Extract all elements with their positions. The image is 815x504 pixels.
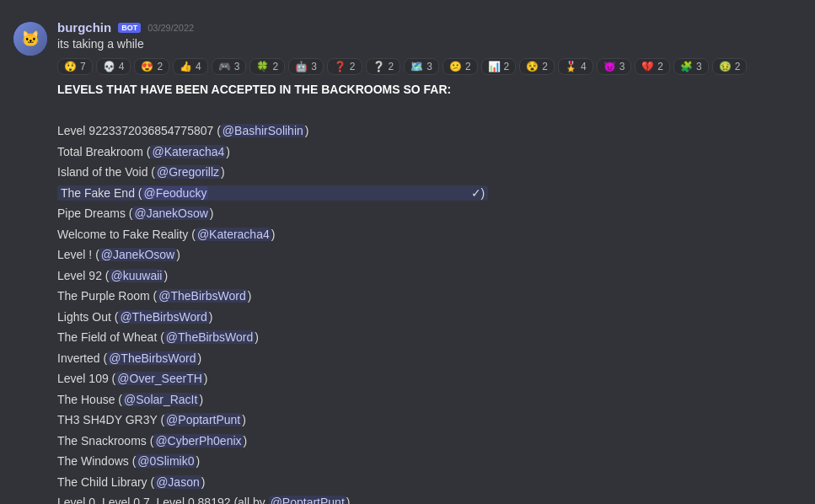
reaction[interactable]: 😵2 (519, 58, 555, 75)
reaction[interactable]: 💔2 (635, 58, 670, 75)
reaction-count: 4 (119, 61, 125, 72)
reaction-count: 2 (735, 61, 741, 72)
avatar-image: 🐱 (13, 22, 47, 56)
reaction-emoji: 📊 (488, 61, 501, 72)
reaction-emoji: 😵 (526, 61, 539, 72)
message-body: burgchin BOT 03/29/2022 its taking a whi… (57, 20, 788, 504)
list-item: Level 92 (@kuuwaii) (57, 265, 788, 287)
list-item: Level 109 (@Over_SeerTH) (57, 368, 788, 389)
list-item: The Field of Wheat (@TheBirbsWord) (57, 327, 788, 348)
mention[interactable]: @TheBirbsWord (107, 351, 197, 365)
list-item: TH3 SH4DY GR3Y (@PoptartPunt) (57, 410, 788, 431)
levels-list: Level 9223372036854775807 (@BashirSolihi… (57, 121, 788, 504)
list-item: Inverted (@TheBirbsWord) (57, 348, 788, 369)
reaction-emoji: 💔 (641, 61, 654, 72)
reaction[interactable]: 🧩3 (673, 58, 709, 75)
reaction-emoji: ❔ (373, 61, 385, 72)
reaction-count: 2 (389, 61, 394, 72)
reactions-container: 😲7💀4😍2👍4🎮3🍀2🤖3❓2❔2🗺️3😕2📊2😵2🎖️4😈3💔2🧩3🤢2 (57, 58, 788, 75)
highlighted-row: The Fake End (@Feoducky ✓) (57, 185, 488, 201)
reaction[interactable]: 😲7 (57, 58, 93, 75)
reaction-emoji: 😍 (141, 61, 153, 72)
checkmark: ✓) (471, 186, 485, 200)
list-item: The Fake End (@Feoducky ✓) (57, 183, 788, 204)
reaction-count: 2 (542, 61, 548, 72)
list-item: Lights Out (@TheBirbsWord) (57, 307, 788, 328)
reaction[interactable]: 🤖3 (288, 58, 324, 75)
list-item: The House (@Solar_RacIt) (57, 389, 788, 410)
reaction[interactable]: ❓2 (327, 58, 362, 75)
reaction-emoji: 👍 (180, 61, 192, 72)
list-item: The Purple Room (@TheBirbsWord) (57, 286, 788, 307)
mention[interactable]: @PoptartPunt (269, 496, 346, 504)
mention[interactable]: @Feoducky (142, 186, 209, 200)
reaction[interactable]: 😕2 (442, 58, 478, 75)
mention[interactable]: @BashirSolihin (221, 124, 305, 137)
list-item: Welcome to Fake Reality (@Kateracha4) (57, 224, 788, 245)
reaction-emoji: 🗺️ (410, 61, 423, 72)
mention[interactable]: @Solar_RacIt (122, 393, 199, 406)
reaction-count: 2 (657, 61, 663, 72)
reaction-count: 2 (465, 61, 471, 72)
reaction-count: 2 (504, 61, 510, 72)
reaction-emoji: ❓ (334, 61, 346, 72)
reaction-count: 4 (196, 61, 201, 72)
reaction-emoji: 🤢 (719, 61, 732, 72)
mention[interactable]: @JanekOsow (99, 248, 176, 261)
mention[interactable]: @CyberPh0enix (153, 434, 243, 448)
message-container: 🐱 burgchin BOT 03/29/2022 its taking a w… (0, 13, 802, 504)
list-item: The Snackrooms (@CyberPh0enix) (57, 431, 788, 452)
username: burgchin (57, 20, 111, 35)
list-item: Level ! (@JanekOsow) (57, 244, 788, 265)
reaction[interactable]: 🎖️4 (558, 58, 593, 75)
mention[interactable]: @TheBirbsWord (157, 289, 247, 303)
mention[interactable]: @Jason (154, 475, 201, 489)
reaction[interactable]: 🎮3 (212, 58, 247, 75)
reaction-count: 3 (696, 61, 702, 72)
reaction-emoji: 😲 (64, 61, 77, 72)
mention[interactable]: @Over_SeerTH (115, 372, 204, 385)
reaction[interactable]: 🤢2 (712, 58, 748, 75)
list-item: Pipe Dreams (@JanekOsow) (57, 203, 788, 224)
mention[interactable]: @kuuwaii (109, 269, 164, 282)
bot-badge: BOT (118, 23, 141, 33)
content-block: LEVELS THAT HAVE BEEN ACCEPTED IN THE BA… (57, 80, 788, 504)
reaction-count: 2 (157, 61, 163, 72)
message-header: burgchin BOT 03/29/2022 (57, 20, 788, 35)
list-item: Level 9223372036854775807 (@BashirSolihi… (57, 121, 788, 142)
reaction-count: 3 (426, 61, 432, 72)
reaction-emoji: 😕 (449, 61, 462, 72)
levels-header: LEVELS THAT HAVE BEEN ACCEPTED IN THE BA… (57, 80, 788, 99)
reaction-emoji: 🤖 (295, 61, 308, 72)
reaction[interactable]: 💀4 (96, 58, 131, 75)
mention[interactable]: @TheBirbsWord (164, 330, 255, 344)
mention[interactable]: @TheBirbsWord (118, 310, 208, 324)
reaction[interactable]: 😈3 (597, 58, 632, 75)
reaction-count: 3 (311, 61, 317, 72)
list-item: Island of the Void (@Gregorillz) (57, 162, 788, 183)
mention[interactable]: @Kateracha4 (196, 228, 271, 241)
reaction[interactable]: 🍀2 (249, 58, 285, 75)
reaction-emoji: 🧩 (680, 61, 693, 72)
reaction-count: 2 (350, 61, 356, 72)
simple-text: its taking a while (57, 36, 788, 53)
list-item: The Child Library (@Jason) (57, 472, 788, 493)
reaction[interactable]: ❔2 (366, 58, 401, 75)
mention[interactable]: @PoptartPunt (164, 413, 242, 426)
reaction[interactable]: 😍2 (134, 58, 169, 75)
reaction-emoji: 🎮 (218, 61, 231, 72)
timestamp: 03/29/2022 (147, 23, 194, 33)
reaction-count: 7 (80, 61, 86, 72)
mention[interactable]: @Kateracha4 (150, 145, 226, 158)
reaction[interactable]: 📊2 (481, 58, 517, 75)
list-item: Total Breakroom (@Kateracha4) (57, 142, 788, 163)
mention[interactable]: @JanekOsow (132, 206, 209, 220)
list-item: Level 0, Level 0.7, Level 0.88192 (all b… (57, 492, 788, 504)
reaction-count: 3 (619, 61, 625, 72)
mention[interactable]: @0Slimik0 (136, 454, 196, 468)
reaction[interactable]: 👍4 (173, 58, 208, 75)
avatar: 🐱 (13, 22, 47, 56)
mention[interactable]: @Gregorillz (155, 165, 221, 179)
reaction[interactable]: 🗺️3 (404, 58, 439, 75)
reaction-emoji: 💀 (103, 61, 115, 72)
